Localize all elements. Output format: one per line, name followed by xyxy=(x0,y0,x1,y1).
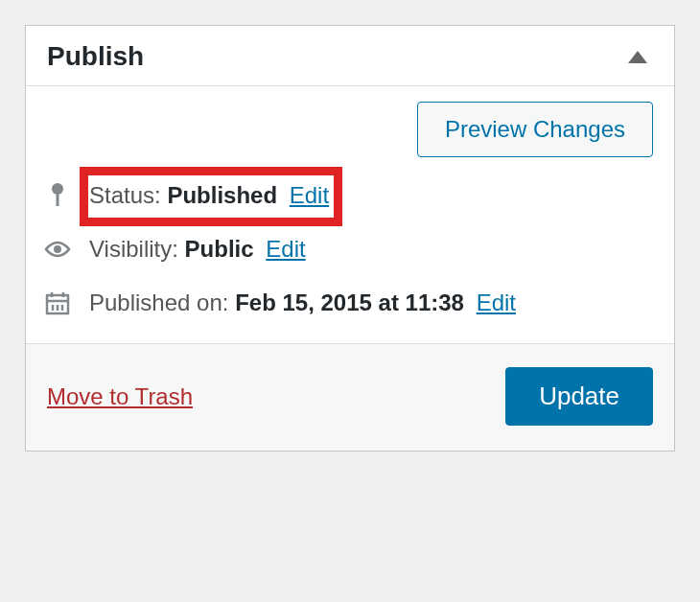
publish-panel: Publish Preview Changes Status: Publishe… xyxy=(25,25,675,452)
status-row: Status: Published Edit xyxy=(43,182,657,209)
status-label: Status: xyxy=(89,182,161,208)
edit-published-link[interactable]: Edit xyxy=(477,289,516,315)
calendar-icon xyxy=(43,289,72,316)
published-label: Published on: xyxy=(89,289,228,315)
published-text: Published on: Feb 15, 2015 at 11:38 Edit xyxy=(89,289,516,316)
status-value: Published xyxy=(167,182,277,208)
publish-panel-header[interactable]: Publish xyxy=(26,26,674,86)
preview-changes-button[interactable]: Preview Changes xyxy=(417,102,653,157)
move-to-trash-link[interactable]: Move to Trash xyxy=(47,383,193,410)
edit-status-link[interactable]: Edit xyxy=(290,182,329,208)
preview-row: Preview Changes xyxy=(43,102,657,157)
edit-visibility-link[interactable]: Edit xyxy=(266,236,305,262)
visibility-label: Visibility: xyxy=(89,236,178,262)
publish-panel-footer: Move to Trash Update xyxy=(26,343,674,451)
update-button[interactable]: Update xyxy=(505,367,653,426)
collapse-triangle-icon xyxy=(628,51,647,63)
svg-rect-1 xyxy=(57,193,59,206)
publish-panel-body: Preview Changes Status: Published Edit xyxy=(26,86,674,343)
svg-point-2 xyxy=(54,245,61,253)
status-highlight: Status: Published Edit xyxy=(89,182,329,209)
visibility-row: Visibility: Public Edit xyxy=(43,236,657,263)
pin-icon xyxy=(43,182,72,209)
svg-rect-3 xyxy=(47,295,68,313)
panel-title: Publish xyxy=(47,41,144,72)
published-value: Feb 15, 2015 at 11:38 xyxy=(235,289,464,315)
published-row: Published on: Feb 15, 2015 at 11:38 Edit xyxy=(43,289,657,316)
eye-icon xyxy=(43,240,72,259)
status-text: Status: Published Edit xyxy=(89,182,329,209)
visibility-value: Public xyxy=(185,236,254,262)
visibility-text: Visibility: Public Edit xyxy=(89,236,306,263)
